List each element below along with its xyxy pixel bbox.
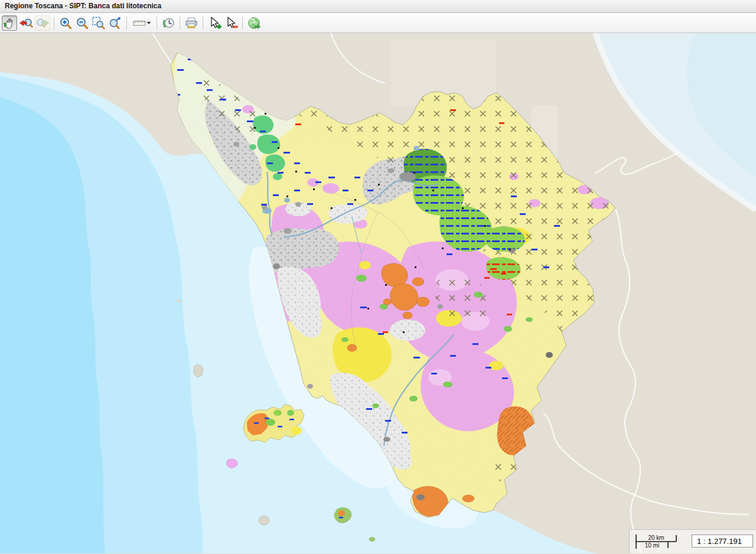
zoom-full-extent-button[interactable]	[107, 15, 123, 31]
giannutri-island	[369, 537, 375, 542]
window-title: Regione Toscana - SIPT: Banca dati litot…	[0, 0, 756, 13]
cursor-plus-icon	[207, 16, 221, 30]
toolbar-separator	[54, 17, 54, 30]
scalebar-km-label: 20 km	[648, 535, 664, 541]
toolbar-separator	[126, 17, 127, 30]
zoom-rectangle-button[interactable]	[91, 15, 106, 31]
magnifier-dashed-box-icon	[92, 16, 106, 30]
magnifier-minus-icon	[75, 16, 89, 30]
print-button[interactable]	[184, 15, 199, 31]
gorgona-island	[177, 299, 181, 302]
cursor-minus-icon	[224, 16, 238, 30]
toolbar-separator	[180, 17, 180, 30]
overview-button[interactable]	[246, 15, 262, 31]
zoom-in-button[interactable]	[58, 15, 73, 31]
clock-green-arrow-icon	[161, 16, 175, 30]
zoom-previous-button[interactable]	[18, 15, 34, 31]
toolbar-separator	[157, 17, 157, 30]
printer-icon	[184, 16, 198, 30]
toolbar-separator	[203, 17, 203, 30]
pan-button[interactable]	[2, 15, 17, 31]
globe-icon	[247, 16, 261, 30]
map-toolbar	[0, 13, 756, 33]
pianosa-island	[227, 459, 237, 468]
magnifier-arrow-out-icon	[108, 16, 122, 30]
select-add-button[interactable]	[207, 15, 222, 31]
montecristo-island	[259, 516, 269, 525]
zoom-next-button[interactable]	[35, 15, 50, 31]
scale-panel: 20 km 10 mi 1 : 1.277.191	[629, 529, 756, 553]
scale-ratio-input[interactable]: 1 : 1.277.191	[692, 535, 753, 548]
ruler-icon	[133, 16, 146, 30]
magnifier-green-forward-arrow-icon	[35, 16, 50, 30]
map-canvas[interactable]	[0, 33, 756, 553]
magnifier-red-back-arrow-icon	[19, 16, 33, 30]
scalebar: 20 km 10 mi	[634, 533, 693, 550]
extent-history-button[interactable]	[161, 15, 176, 31]
dropdown-caret-icon	[146, 21, 151, 25]
pan-hand-icon	[2, 16, 17, 30]
measure-button[interactable]	[131, 15, 153, 31]
scalebar-mi-label: 10 mi	[645, 542, 659, 549]
select-remove-button[interactable]	[223, 15, 239, 31]
map-viewport[interactable]: 20 km 10 mi 1 : 1.277.191	[0, 33, 756, 553]
toolbar-separator	[242, 17, 243, 30]
zoom-out-button[interactable]	[74, 15, 90, 31]
magnifier-plus-icon	[58, 16, 73, 30]
